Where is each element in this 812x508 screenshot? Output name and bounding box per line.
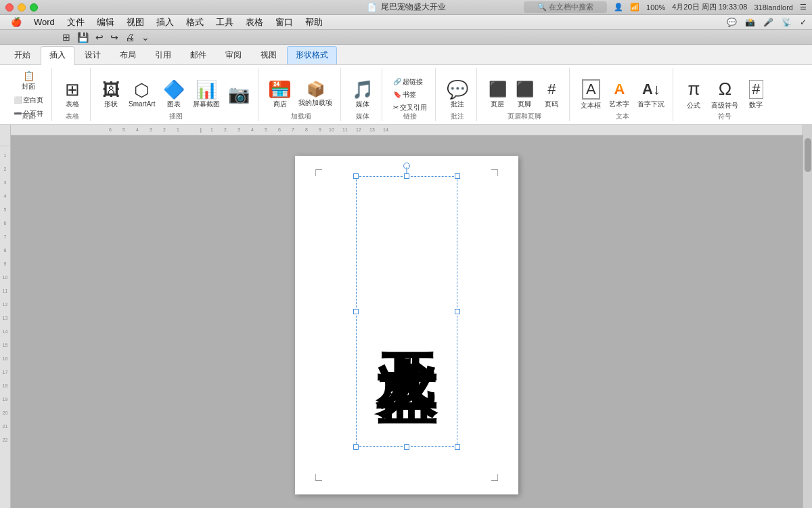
ribbon-btn-media[interactable]: 🎵 媒体 bbox=[349, 79, 376, 110]
textbox-container[interactable]: 盛大开业 bbox=[356, 176, 457, 447]
textbox-content[interactable]: 盛大开业 bbox=[356, 176, 457, 447]
menu-window[interactable]: 窗口 bbox=[270, 15, 298, 30]
ribbon-btn-hyperlink[interactable]: 🔗 超链接 bbox=[390, 76, 430, 88]
document-area: 1 2 3 4 5 6 7 8 9 10 11 12 13 14 15 16 1… bbox=[0, 125, 812, 508]
tab-layout[interactable]: 布局 bbox=[111, 46, 145, 64]
quick-toolbar: ⊞ 💾 ↩ ↪ 🖨 ⌄ bbox=[0, 30, 812, 45]
illustrations-group-label: 插图 bbox=[93, 112, 258, 121]
menu-view[interactable]: 视图 bbox=[121, 15, 150, 30]
dropcap-icon: A↓ bbox=[642, 81, 660, 98]
tab-design[interactable]: 设计 bbox=[76, 46, 110, 64]
scrollbar-thumb[interactable] bbox=[805, 138, 811, 172]
screenshot-icon: 📷 bbox=[228, 85, 250, 103]
tab-insert[interactable]: 插入 bbox=[41, 46, 74, 65]
ribbon-btn-dropcap[interactable]: A↓ 首字下沉 bbox=[635, 79, 667, 110]
document-icon: 📄 bbox=[367, 3, 377, 12]
headerfooter-group-label: 页眉和页脚 bbox=[480, 112, 569, 121]
maximize-button[interactable] bbox=[30, 3, 38, 12]
ruler-horizontal: 6 5 4 3 2 1 | 1 2 3 4 5 6 7 8 9 10 11 12… bbox=[11, 125, 803, 135]
ribbon-group-addins: 🏪 商店 📦 我的加载项 加载项 bbox=[261, 68, 341, 121]
ribbon-btn-table[interactable]: ⊞ 表格 bbox=[60, 79, 85, 110]
number-label: 数字 bbox=[749, 100, 763, 110]
menu-file[interactable]: 文件 bbox=[62, 15, 90, 30]
menu-word[interactable]: Word bbox=[28, 16, 60, 28]
cast-icon: 📡 bbox=[782, 18, 792, 27]
sidebar-toggle-icon[interactable]: ☰ bbox=[800, 3, 807, 12]
close-button[interactable] bbox=[5, 3, 14, 12]
tab-mailings[interactable]: 邮件 bbox=[181, 46, 215, 64]
qt-tiles-icon[interactable]: ⊞ bbox=[61, 31, 72, 43]
comment-icon: 💬 bbox=[447, 81, 468, 98]
apple-menu[interactable]: 🍎 bbox=[5, 16, 27, 28]
tab-shape-format[interactable]: 形状格式 bbox=[287, 46, 337, 64]
crossref-label: 交叉引用 bbox=[400, 103, 427, 112]
ribbon-btn-my-addins[interactable]: 📦 我的加载项 bbox=[296, 81, 335, 109]
bookmark-label: 书签 bbox=[403, 90, 416, 100]
ribbon-content: 📋 封面 ⬜ 空白页 ➖ 分页符 页面 ⊞ 表格 表格 bbox=[0, 65, 812, 125]
ribbon-btn-chart[interactable]: 📊 屏幕截图 bbox=[190, 79, 223, 110]
ribbon-btn-smartart[interactable]: 🔷 图表 bbox=[160, 79, 187, 110]
ribbon-btn-store[interactable]: 🏪 商店 bbox=[267, 79, 293, 110]
ribbon-group-symbols: π 公式 Ω 高级符号 # 数字 符号 bbox=[676, 68, 773, 121]
ribbon-btn-blank[interactable]: ⬜ 空白页 bbox=[11, 94, 46, 106]
ribbon-btn-cover[interactable]: 📋 封面 bbox=[11, 70, 46, 93]
canvas-area[interactable]: 盛大开业 bbox=[11, 135, 803, 508]
date-time: 4月20日 周四 19:33:08 bbox=[672, 2, 747, 12]
comments-group-label: 批注 bbox=[438, 112, 476, 121]
ribbon-btn-comment[interactable]: 💬 批注 bbox=[444, 79, 471, 110]
titlebar-center: 📄 尾巴宠物盛大开业 bbox=[367, 1, 446, 13]
user-account: 318landlord bbox=[754, 3, 794, 12]
qt-undo-icon[interactable]: ↩ bbox=[94, 31, 105, 43]
ribbon-btn-equation[interactable]: π 公式 bbox=[681, 77, 706, 112]
header-icon: ⬛ bbox=[489, 81, 507, 98]
table-group-label: 表格 bbox=[55, 112, 90, 121]
qt-more-icon[interactable]: ⌄ bbox=[140, 31, 151, 43]
tab-view[interactable]: 视图 bbox=[252, 46, 286, 64]
tab-start[interactable]: 开始 bbox=[5, 46, 39, 64]
qt-print-icon[interactable]: 🖨 bbox=[124, 31, 136, 43]
ribbon-btn-number[interactable]: # 数字 bbox=[744, 79, 768, 111]
tab-review[interactable]: 审阅 bbox=[217, 46, 250, 64]
titlebar-right: 🔍 在文档中搜索 👤 📶 100% 4月20日 周四 19:33:08 318l… bbox=[524, 1, 807, 13]
my-addins-label: 我的加载项 bbox=[298, 98, 332, 108]
document-title: 尾巴宠物盛大开业 bbox=[381, 1, 446, 13]
search-box[interactable]: 🔍 在文档中搜索 bbox=[524, 1, 607, 13]
ribbon-group-headerfooter: ⬛ 页层 ⬛ 页脚 # 页码 页眉和页脚 bbox=[480, 68, 570, 121]
ribbon-btn-footer[interactable]: ⬛ 页脚 bbox=[512, 79, 537, 110]
ribbon-btn-wordart[interactable]: A 艺术字 bbox=[606, 79, 632, 110]
pagenumber-label: 页码 bbox=[545, 100, 558, 109]
wordart-label: 艺术字 bbox=[609, 100, 629, 109]
comment-label: 批注 bbox=[451, 100, 464, 109]
ribbon-btn-bookmark[interactable]: 🔖 书签 bbox=[390, 89, 430, 101]
ribbon-btn-textbox[interactable]: A 文本框 bbox=[578, 78, 604, 112]
ribbon-btn-symbol[interactable]: Ω 高级符号 bbox=[708, 77, 741, 112]
tab-references[interactable]: 引用 bbox=[146, 46, 180, 64]
ribbon-btn-screenshot[interactable]: 📷 bbox=[225, 84, 252, 106]
menubar: 🍎 Word 文件 编辑 视图 插入 格式 工具 表格 窗口 帮助 💬 📸 🎤 … bbox=[0, 15, 812, 30]
qt-save-icon[interactable]: 💾 bbox=[76, 31, 90, 43]
menubar-right-icons: 💬 📸 🎤 📡 ✓ bbox=[727, 18, 807, 27]
ribbon-tabs: 开始 插入 设计 布局 引用 邮件 审阅 视图 形状格式 bbox=[0, 45, 812, 65]
menu-format[interactable]: 格式 bbox=[181, 15, 209, 30]
ribbon-btn-picture[interactable]: 🖼 形状 bbox=[99, 79, 123, 110]
ribbon-btn-pagenumber[interactable]: # 页码 bbox=[539, 79, 564, 110]
chart-label: 屏幕截图 bbox=[193, 100, 220, 109]
pagenumber-icon: # bbox=[547, 81, 556, 98]
titlebar-controls bbox=[5, 3, 38, 12]
dropcap-label: 首字下沉 bbox=[637, 100, 664, 109]
menu-tools[interactable]: 工具 bbox=[210, 15, 239, 30]
blank-icon: ⬜ bbox=[14, 96, 22, 104]
ribbon-btn-header[interactable]: ⬛ 页层 bbox=[485, 79, 510, 110]
menu-edit[interactable]: 编辑 bbox=[91, 15, 120, 30]
ribbon-btn-shapes[interactable]: ⬡ SmartArt bbox=[126, 80, 158, 109]
ribbon-group-illustrations: 🖼 形状 ⬡ SmartArt 🔷 图表 📊 屏幕截图 📷 插图 bbox=[93, 68, 258, 121]
qt-redo-icon[interactable]: ↪ bbox=[109, 31, 120, 43]
smartart-label: 图表 bbox=[167, 100, 181, 109]
table-icon: ⊞ bbox=[65, 81, 80, 98]
menu-help[interactable]: 帮助 bbox=[300, 15, 328, 30]
minimize-button[interactable] bbox=[18, 3, 26, 12]
menu-insert[interactable]: 插入 bbox=[151, 15, 179, 30]
scrollbar-vertical[interactable] bbox=[803, 125, 812, 508]
document-page: 盛大开业 bbox=[295, 156, 518, 494]
menu-table[interactable]: 表格 bbox=[240, 15, 269, 30]
